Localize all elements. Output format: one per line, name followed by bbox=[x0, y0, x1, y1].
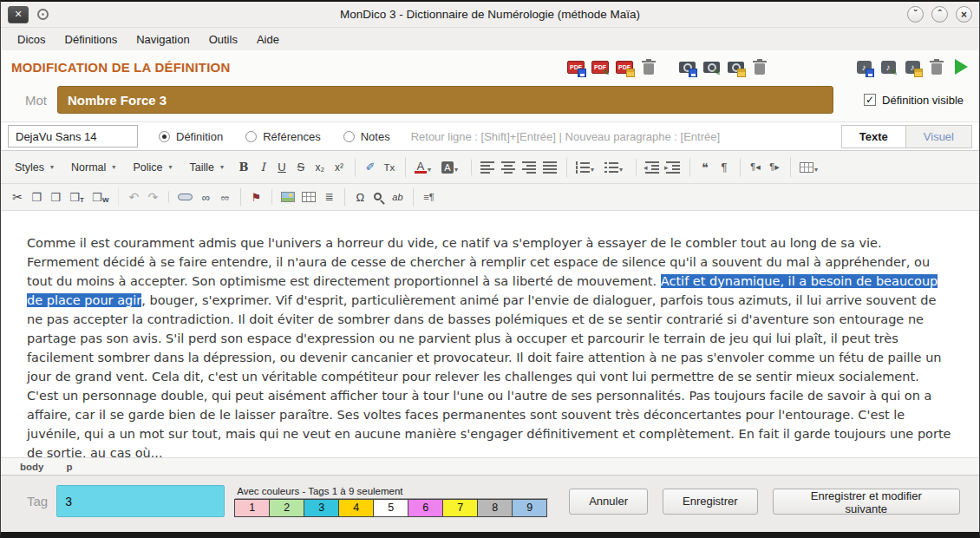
paragraph-2: C'est un personnage double, qui peut ais… bbox=[27, 386, 953, 457]
superscript-button[interactable]: x² bbox=[330, 158, 349, 177]
block-visibility-button[interactable]: ≡¶ bbox=[413, 187, 438, 207]
pdf-open-icon[interactable]: PDF bbox=[613, 55, 636, 79]
minimize-button[interactable]: ˇ bbox=[907, 6, 924, 23]
font-selector[interactable]: DejaVu Sans 14 bbox=[8, 125, 138, 148]
bullet-list-button[interactable] bbox=[601, 157, 630, 178]
tag-color-7[interactable]: 7 bbox=[442, 499, 478, 517]
pdf-save-icon[interactable]: PDF bbox=[565, 55, 587, 79]
bold-button[interactable]: B bbox=[234, 158, 253, 177]
align-justify-button[interactable] bbox=[539, 159, 560, 176]
align-center-button[interactable] bbox=[498, 159, 519, 176]
underline-button[interactable]: U bbox=[272, 158, 291, 177]
checkbox-check-icon: ✓ bbox=[864, 94, 876, 106]
definition-text-editor[interactable]: Comme il est couramment admis que l'univ… bbox=[1, 211, 979, 457]
tab-texte[interactable]: Texte bbox=[841, 125, 906, 148]
audio-save-icon[interactable]: ♪ bbox=[853, 55, 875, 79]
tag-color-6[interactable]: 6 bbox=[408, 499, 443, 517]
menu-aide[interactable]: Aide bbox=[249, 30, 287, 49]
tag-color-1[interactable]: 1 bbox=[234, 499, 270, 517]
subscript-button[interactable]: x₂ bbox=[310, 158, 330, 177]
photo-delete-icon[interactable] bbox=[748, 55, 771, 79]
rtl-paragraph-button[interactable]: ¶▸ bbox=[765, 158, 784, 177]
search-button[interactable] bbox=[369, 189, 388, 206]
blockquote-button[interactable]: ❝ bbox=[689, 158, 715, 177]
radio-notes[interactable]: Notes bbox=[343, 130, 390, 143]
tag-color-3[interactable]: 3 bbox=[304, 499, 339, 517]
pdf-edit-icon[interactable]: PDF ✎ bbox=[589, 55, 611, 79]
tag-color-5[interactable]: 5 bbox=[373, 499, 408, 517]
toggle-toolbar-button[interactable] bbox=[168, 191, 196, 203]
horizontal-rule-button[interactable]: ≣ bbox=[319, 187, 338, 207]
background-color-button[interactable]: A bbox=[438, 157, 465, 178]
redo-button[interactable]: ↷ bbox=[143, 187, 162, 207]
table-menu-button[interactable] bbox=[790, 157, 825, 178]
insert-image-button[interactable] bbox=[271, 189, 298, 205]
size-select[interactable]: Taille bbox=[182, 158, 231, 177]
menu-dicos[interactable]: Dicos bbox=[10, 30, 54, 49]
visual-chars-button[interactable]: ¶ bbox=[715, 158, 734, 177]
font-select[interactable]: Police bbox=[126, 158, 179, 177]
audio-open-icon[interactable]: ♪ bbox=[901, 55, 924, 79]
header-icon-toolbar: PDF PDF ✎ PDF ✎ bbox=[565, 55, 972, 79]
cut-button[interactable]: ✂ bbox=[8, 187, 27, 207]
action-buttons: AnnulerEnregistrerEnregistrer et modifie… bbox=[569, 489, 960, 515]
paste-word-button[interactable]: ❒ W bbox=[88, 187, 113, 207]
save-button[interactable]: Enregistrer bbox=[663, 489, 758, 515]
cancel-button[interactable]: Annuler bbox=[569, 489, 648, 515]
tab-visuel[interactable]: Visuel bbox=[905, 125, 972, 148]
word-input[interactable] bbox=[57, 86, 833, 114]
radio-references[interactable]: Références bbox=[245, 130, 320, 143]
photo-edit-icon[interactable]: ✎ bbox=[700, 55, 722, 79]
anchor-button[interactable]: ⚑ bbox=[240, 187, 265, 207]
outdent-button[interactable] bbox=[636, 159, 663, 176]
insert-table-button[interactable] bbox=[298, 189, 319, 205]
text-color-button[interactable]: A bbox=[405, 157, 438, 178]
tag-color-8[interactable]: 8 bbox=[477, 499, 513, 517]
strikethrough-button[interactable]: S bbox=[291, 158, 310, 177]
tag-color-2[interactable]: 2 bbox=[269, 499, 304, 517]
align-right-button[interactable] bbox=[519, 159, 539, 176]
window-menu-button[interactable] bbox=[37, 9, 49, 20]
menu-outils[interactable]: Outils bbox=[201, 30, 245, 49]
styles-select[interactable]: Styles bbox=[8, 158, 61, 177]
paste-button[interactable]: ❒ bbox=[46, 187, 65, 207]
clear-formatting-button[interactable]: Tx bbox=[380, 158, 399, 177]
audio-play-icon[interactable] bbox=[950, 55, 972, 79]
indent-button[interactable] bbox=[663, 159, 683, 176]
tag-legend-caption: Avec couleurs - Tags 1 à 9 seulement bbox=[235, 486, 548, 499]
tag-color-4[interactable]: 4 bbox=[338, 499, 374, 517]
radio-definition[interactable]: Définition bbox=[159, 130, 223, 143]
format-select[interactable]: Normal bbox=[64, 158, 122, 177]
pdf-delete-icon[interactable] bbox=[637, 55, 660, 79]
element-path-statusbar: body p bbox=[1, 457, 979, 475]
align-left-button[interactable] bbox=[471, 159, 498, 176]
audio-edit-icon[interactable]: ♪ ✎ bbox=[877, 55, 899, 79]
tag-color-legend: Avec couleurs - Tags 1 à 9 seulement 123… bbox=[235, 486, 548, 517]
maximize-button[interactable]: ˆ bbox=[931, 6, 948, 23]
menu-definitions[interactable]: Définitions bbox=[57, 30, 126, 49]
tag-input[interactable] bbox=[56, 485, 225, 517]
insert-link-button[interactable]: ∞ bbox=[196, 187, 215, 207]
photo-open-icon[interactable] bbox=[724, 55, 747, 79]
find-replace-button[interactable]: ab bbox=[388, 187, 407, 207]
window-extra-close-button[interactable]: ✕ bbox=[8, 6, 29, 23]
audio-delete-icon[interactable] bbox=[925, 55, 948, 79]
definition-visible-checkbox[interactable]: ✓ Définition visible bbox=[864, 94, 964, 107]
unlink-button[interactable]: ∞ bbox=[215, 187, 234, 207]
photo-save-icon[interactable] bbox=[676, 55, 698, 79]
copy-button[interactable]: ❐ bbox=[27, 187, 46, 207]
undo-button[interactable]: ↶ bbox=[118, 187, 143, 207]
paste-text-button[interactable]: ❒ T bbox=[65, 187, 88, 207]
menu-navigation[interactable]: Navigation bbox=[128, 30, 197, 49]
format-painter-button[interactable]: ✐ bbox=[355, 158, 380, 177]
special-char-button[interactable]: Ω bbox=[344, 187, 369, 207]
save-next-button[interactable]: Enregistrer et modifier suivante bbox=[773, 489, 960, 515]
italic-button[interactable]: I bbox=[253, 158, 272, 177]
path-p[interactable]: p bbox=[66, 462, 72, 472]
tag-color-9[interactable]: 9 bbox=[512, 499, 547, 517]
numbered-list-button[interactable] bbox=[566, 157, 601, 178]
path-body[interactable]: body bbox=[20, 462, 43, 472]
editor-toolbar-row1: StylesNormalPoliceTaille B I U S x₂ bbox=[1, 151, 979, 184]
ltr-paragraph-button[interactable]: ¶◂ bbox=[740, 158, 765, 177]
close-button[interactable]: × bbox=[956, 6, 972, 23]
